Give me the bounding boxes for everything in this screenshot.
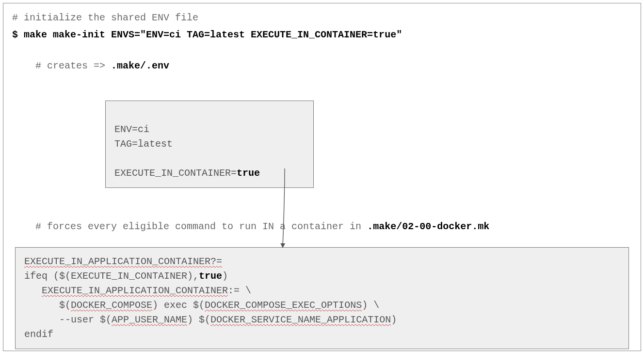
command-line: $ make make-init ENVS="ENV=ci TAG=latest…: [12, 29, 632, 40]
env-line-4-prefix: EXECUTE_IN_CONTAINER=: [114, 168, 237, 179]
env-file-path: .make/.env: [111, 60, 169, 71]
comment-init: # initialize the shared ENV file: [12, 12, 632, 23]
document-frame: # initialize the shared ENV file $ make …: [3, 3, 641, 351]
comment-forces: # forces every eligible command to run I…: [12, 210, 632, 243]
mk-line-5: $(DOCKER_COMPOSE) exec $(DOCKER_COMPOSE_…: [24, 298, 620, 313]
env-line-2: TAG=latest: [114, 138, 173, 150]
mk-line-4: EXECUTE_IN_APPLICATION_CONTAINER:= \: [24, 284, 620, 298]
env-file-box: ENV=ci TAG=latest EXECUTE_IN_CONTAINER=t…: [105, 101, 314, 188]
mk-line-1: EXECUTE_IN_APPLICATION_CONTAINER?=: [24, 254, 620, 269]
env-line-4-value: true: [237, 168, 260, 179]
mk-line-7: endif: [24, 327, 620, 342]
mk-line-6: --user $(APP_USER_NAME) $(DOCKER_SERVICE…: [24, 313, 620, 327]
mk-line-3: ifeq ($(EXECUTE_IN_CONTAINER),true): [24, 269, 620, 284]
env-line-1: ENV=ci: [114, 124, 149, 135]
comment-creates-prefix: # creates =>: [35, 60, 111, 71]
makefile-box: EXECUTE_IN_APPLICATION_CONTAINER?= ifeq …: [15, 247, 629, 349]
comment-creates: # creates => .make/.env: [12, 49, 632, 83]
mk-file-path: .make/02-00-docker.mk: [367, 221, 489, 232]
comment-forces-prefix: # forces every eligible command to run I…: [35, 221, 367, 232]
